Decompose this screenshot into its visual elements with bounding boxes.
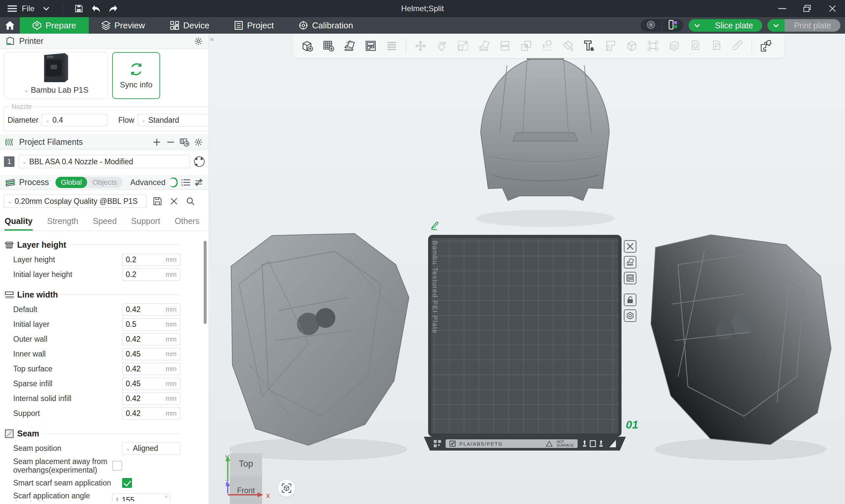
parameter-list-icon[interactable] bbox=[181, 178, 190, 187]
undo-icon[interactable] bbox=[90, 3, 102, 14]
delete-plate-icon[interactable] bbox=[624, 240, 636, 253]
doc-o-tool-icon[interactable] bbox=[686, 36, 705, 55]
view-cube-button[interactable] bbox=[278, 480, 295, 497]
spinner-arrows[interactable]: ▲▼ bbox=[115, 497, 119, 501]
settings-scrollbar[interactable] bbox=[204, 241, 207, 324]
edit-plate-name-icon[interactable] bbox=[430, 220, 440, 232]
cut-icon[interactable] bbox=[622, 36, 641, 55]
viewport-3d[interactable]: « bbox=[209, 34, 845, 504]
scale-icon[interactable] bbox=[453, 36, 472, 55]
rotate-icon[interactable] bbox=[432, 36, 451, 55]
object-list-icon[interactable] bbox=[382, 36, 401, 55]
tab-support[interactable]: Support bbox=[131, 214, 160, 231]
filament-more-icon[interactable]: ● ● ● bbox=[194, 156, 205, 167]
setting-value-input[interactable]: 0.45 mm bbox=[122, 348, 180, 360]
doc-p-tool-icon[interactable] bbox=[707, 36, 726, 55]
assembly-icon[interactable] bbox=[757, 36, 776, 55]
scope-objects[interactable]: Objects bbox=[87, 177, 122, 188]
save-preset-icon[interactable] bbox=[152, 196, 163, 207]
model-right-half[interactable] bbox=[651, 235, 831, 445]
tab-strength[interactable]: Strength bbox=[47, 214, 78, 231]
setting-value-input[interactable]: 0.42 mm bbox=[122, 333, 180, 345]
setting-value-input[interactable]: 0.42 mm bbox=[122, 363, 180, 375]
lock-plate-icon[interactable] bbox=[624, 293, 636, 306]
slice-dropdown-chevron[interactable] bbox=[689, 19, 706, 32]
tab-calibration[interactable]: Calibration bbox=[286, 17, 365, 34]
filament-select[interactable]: ⌄BBL ASA 0.4 Nozzle - Modified bbox=[18, 155, 190, 168]
printer-card[interactable]: ⌄Bambu Lab P1S bbox=[4, 52, 108, 99]
flow-select[interactable]: ⌄Standard bbox=[138, 114, 209, 126]
setting-value-input[interactable]: 0.2 mm bbox=[122, 254, 180, 266]
support-paint-icon[interactable] bbox=[643, 36, 663, 55]
text-tool-icon[interactable]: a bbox=[580, 36, 599, 55]
printer-select[interactable]: ⌄Bambu Lab P1S bbox=[24, 86, 88, 98]
redo-icon[interactable] bbox=[108, 3, 119, 14]
arrange-icon[interactable] bbox=[361, 36, 380, 55]
clear-preset-icon[interactable] bbox=[168, 196, 179, 207]
print-dropdown-chevron[interactable] bbox=[768, 19, 785, 32]
plate-layout-icon[interactable] bbox=[668, 20, 678, 31]
seam-paint-icon[interactable] bbox=[665, 36, 684, 55]
filament-settings-gear-icon[interactable] bbox=[193, 137, 203, 147]
model-helmet-shell[interactable] bbox=[480, 54, 609, 200]
tab-quality[interactable]: Quality bbox=[5, 214, 33, 231]
preset-select[interactable]: ⌄0.20mm Cosplay Quality @BBL P1S bbox=[4, 195, 146, 208]
chevron-down-icon[interactable] bbox=[40, 3, 52, 14]
model-left-half[interactable] bbox=[231, 234, 409, 445]
close-icon[interactable] bbox=[820, 0, 845, 17]
auto-orient-plate-icon[interactable] bbox=[624, 256, 636, 269]
plate-front-marker bbox=[609, 440, 616, 447]
add-object-icon[interactable] bbox=[298, 36, 317, 55]
tab-preview[interactable]: Preview bbox=[89, 17, 157, 34]
slice-plate-button[interactable]: Slice plate bbox=[706, 19, 762, 32]
seam-overhang-checkbox[interactable] bbox=[112, 461, 122, 471]
filament-sync-icon[interactable] bbox=[179, 137, 190, 147]
compare-presets-icon[interactable] bbox=[194, 178, 203, 187]
split-to-parts-icon[interactable] bbox=[516, 36, 536, 55]
tab-prepare[interactable]: Prepare bbox=[20, 17, 89, 34]
scope-global[interactable]: Global bbox=[55, 177, 87, 188]
tab-project[interactable]: Project bbox=[222, 17, 286, 34]
printer-settings-gear-icon[interactable] bbox=[193, 36, 203, 46]
setting-value-input[interactable]: 0.42 mm bbox=[122, 393, 180, 405]
tab-device[interactable]: Device bbox=[157, 17, 222, 34]
scarf-angle-spinner[interactable]: ▲▼ 155 ° bbox=[112, 493, 170, 501]
tab-speed[interactable]: Speed bbox=[93, 214, 117, 231]
measure-icon[interactable] bbox=[728, 36, 747, 55]
tab-others[interactable]: Others bbox=[175, 214, 199, 231]
plus-icon[interactable] bbox=[152, 137, 162, 147]
search-icon[interactable] bbox=[185, 196, 196, 207]
filament-slot-badge[interactable]: 1 bbox=[4, 156, 15, 167]
add-plate-icon[interactable] bbox=[319, 36, 338, 55]
home-icon[interactable] bbox=[0, 17, 20, 34]
file-menu[interactable]: File bbox=[22, 4, 35, 13]
menu-icon[interactable] bbox=[6, 3, 18, 14]
move-icon[interactable] bbox=[411, 36, 430, 55]
diameter-select[interactable]: ⌄0.4 bbox=[41, 114, 108, 126]
split-to-objects-icon[interactable] bbox=[495, 36, 515, 55]
setting-value-input[interactable]: 0.42 mm bbox=[122, 407, 180, 419]
advanced-toggle[interactable] bbox=[169, 178, 178, 187]
drop-to-bed-icon[interactable] bbox=[538, 36, 557, 55]
build-plate[interactable] bbox=[428, 235, 621, 437]
color-paint-icon[interactable] bbox=[559, 36, 578, 55]
print-plate-button[interactable]: Print plate bbox=[785, 19, 840, 32]
seam-position-select[interactable]: ⌄Aligned bbox=[122, 442, 180, 454]
minus-icon[interactable] bbox=[166, 137, 176, 147]
maximize-icon[interactable] bbox=[795, 0, 820, 17]
variable-layer-height-icon[interactable] bbox=[601, 36, 620, 55]
setting-value-input[interactable]: 0.45 mm bbox=[122, 378, 180, 390]
scarf-seam-checkbox[interactable] bbox=[122, 478, 132, 488]
arrange-plate-icon[interactable] bbox=[624, 272, 636, 284]
auto-orient-icon[interactable]: AUTO bbox=[340, 36, 359, 55]
setting-value-input[interactable]: 0.5 mm bbox=[122, 318, 180, 330]
orbit-icon[interactable] bbox=[646, 20, 656, 31]
plate-front-edge[interactable]: PLA/ABS/PETG HOT SURFACE bbox=[424, 437, 626, 451]
lay-on-face-icon[interactable] bbox=[474, 36, 493, 55]
plate-settings-icon[interactable] bbox=[624, 309, 636, 322]
setting-value-input[interactable]: 0.2 mm bbox=[122, 269, 180, 281]
setting-value-input[interactable]: 0.42 mm bbox=[122, 304, 180, 316]
save-icon[interactable] bbox=[73, 3, 85, 14]
minimize-icon[interactable] bbox=[770, 0, 795, 17]
sync-info-button[interactable]: Sync info bbox=[112, 52, 160, 99]
